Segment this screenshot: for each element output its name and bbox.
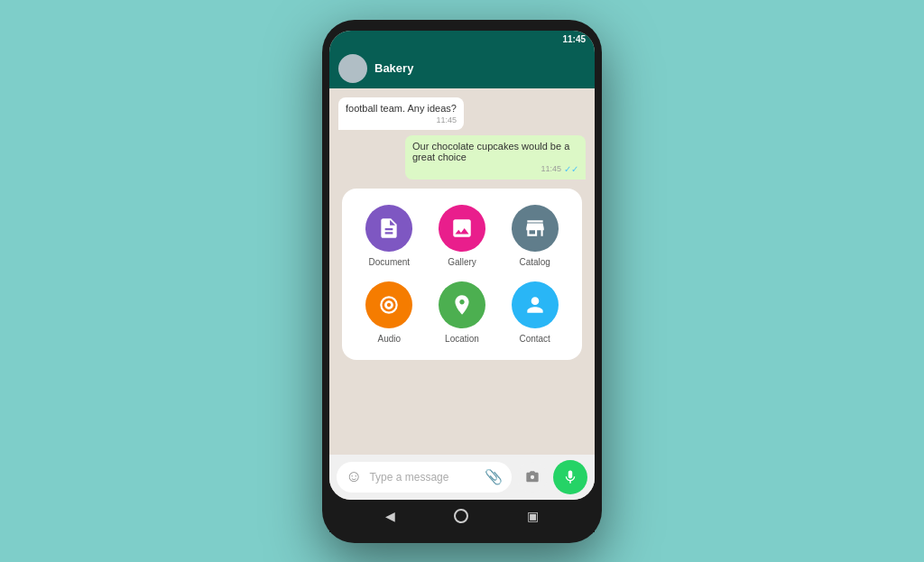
chat-area: football team. Any ideas? 11:45 Our choc… xyxy=(329,88,595,455)
audio-icon xyxy=(377,293,401,317)
attach-contact[interactable]: Contact xyxy=(505,281,564,344)
attach-location[interactable]: Location xyxy=(433,281,492,344)
status-bar: 11:45 xyxy=(329,31,595,49)
attach-document[interactable]: Document xyxy=(360,205,419,267)
recents-button[interactable]: ▣ xyxy=(527,509,539,523)
camera-button[interactable] xyxy=(517,462,548,493)
input-placeholder: Type a message xyxy=(369,471,477,484)
catalog-label: Catalog xyxy=(519,257,550,267)
bubble-incoming: football team. Any ideas? 11:45 xyxy=(338,97,464,130)
location-icon xyxy=(450,293,474,317)
gallery-icon xyxy=(450,217,474,240)
mic-button[interactable] xyxy=(553,460,587,494)
contact-icon xyxy=(523,293,547,317)
contact-label: Contact xyxy=(519,334,550,344)
status-time: 11:45 xyxy=(562,34,586,44)
contact-icon-circle xyxy=(512,281,559,328)
location-icon-circle xyxy=(439,281,485,328)
document-icon-circle xyxy=(365,205,412,252)
input-bar: ☺ Type a message 📎 xyxy=(329,455,595,500)
catalog-icon-circle xyxy=(512,205,559,252)
back-button[interactable]: ◀ xyxy=(385,509,395,523)
attach-catalog[interactable]: Catalog xyxy=(505,205,564,267)
outgoing-text: Our chocolate cupcakes would be a great … xyxy=(412,141,569,162)
gallery-label: Gallery xyxy=(448,257,476,267)
incoming-text: football team. Any ideas? xyxy=(346,103,457,114)
phone-nav: ◀ ▣ xyxy=(329,500,595,532)
camera-icon xyxy=(525,470,540,484)
outgoing-ticks: ✓✓ xyxy=(564,164,578,174)
audio-icon-circle xyxy=(365,281,412,328)
mic-icon xyxy=(562,469,578,485)
bubble-outgoing: Our chocolate cupcakes would be a great … xyxy=(405,135,586,180)
attach-icon[interactable]: 📎 xyxy=(485,468,503,485)
document-label: Document xyxy=(369,257,411,267)
chat-header: Bakery xyxy=(329,49,595,88)
attach-gallery[interactable]: Gallery xyxy=(433,205,492,267)
avatar xyxy=(338,54,367,83)
incoming-time: 11:45 xyxy=(436,115,457,124)
chat-name: Bakery xyxy=(374,61,586,75)
audio-label: Audio xyxy=(378,334,402,344)
phone: 11:45 Bakery football team. Any ideas? 1… xyxy=(322,20,602,543)
document-icon xyxy=(377,217,401,240)
gallery-icon-circle xyxy=(439,205,485,252)
message-input-field[interactable]: ☺ Type a message 📎 xyxy=(337,462,512,493)
phone-screen: 11:45 Bakery football team. Any ideas? 1… xyxy=(329,31,595,500)
outgoing-time: 11:45 xyxy=(541,164,561,173)
attach-panel: Document Gallery xyxy=(342,189,582,360)
catalog-icon xyxy=(523,217,547,240)
attach-grid: Document Gallery xyxy=(360,205,564,344)
emoji-icon[interactable]: ☺ xyxy=(346,467,362,486)
location-label: Location xyxy=(445,334,479,344)
attach-audio[interactable]: Audio xyxy=(360,281,419,344)
home-button[interactable] xyxy=(454,509,468,523)
